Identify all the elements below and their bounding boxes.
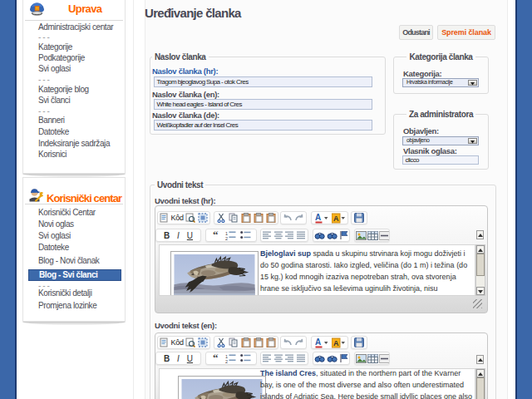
svg-text:2: 2 (225, 236, 228, 241)
svg-text:A: A (315, 337, 321, 347)
svg-text:A: A (333, 214, 339, 223)
svg-text:A: A (333, 339, 339, 347)
svg-text:A: A (315, 213, 321, 222)
svg-text:2: 2 (225, 359, 228, 364)
